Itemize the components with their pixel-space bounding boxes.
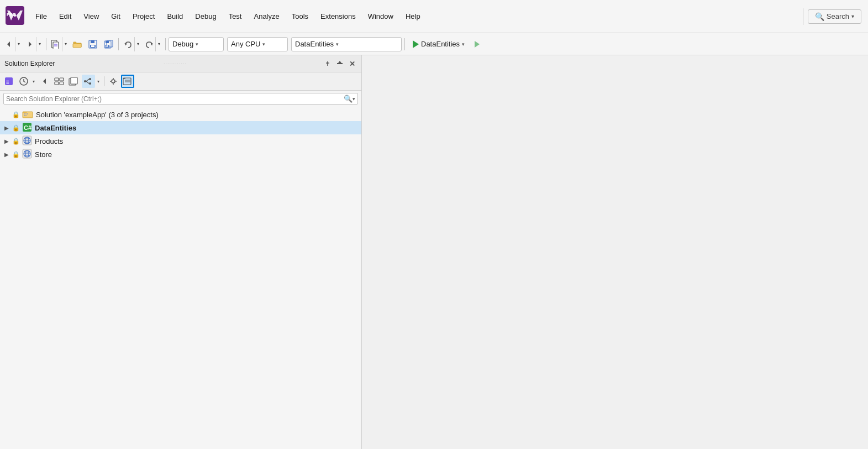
save-all-btn[interactable] — [101, 37, 115, 51]
project-config-label: DataEntities — [295, 40, 334, 48]
svg-text:≡: ≡ — [6, 79, 9, 85]
se-close-btn[interactable]: ✕ — [347, 59, 357, 69]
menu-tools[interactable]: Tools — [286, 10, 314, 23]
svg-text:C#: C# — [24, 124, 31, 131]
toolbar-sep-1 — [46, 38, 46, 50]
se-drag-area: ············ — [164, 61, 320, 66]
back-btn-group[interactable]: ▾ — [2, 37, 22, 51]
svg-marker-3 — [7, 41, 10, 47]
svg-rect-29 — [55, 78, 59, 81]
se-toolbar: ≡ ▾ — [0, 72, 361, 91]
svg-rect-34 — [71, 77, 77, 84]
new-file-group[interactable]: ▾ — [49, 37, 69, 51]
run-outline-icon — [475, 41, 480, 48]
se-view-btn[interactable] — [52, 75, 66, 88]
svg-marker-28 — [43, 79, 46, 84]
forward-btn-group[interactable]: ▾ — [23, 37, 43, 51]
menu-project[interactable]: Project — [127, 10, 160, 23]
menu-view[interactable]: View — [78, 10, 104, 23]
store-lock-icon: 🔒 — [12, 151, 20, 158]
menu-items: File Edit View Git Project Build Debug T… — [30, 10, 798, 23]
new-file-icon — [50, 37, 62, 51]
redo-group[interactable]: ▾ — [143, 37, 162, 51]
search-label: Search — [827, 12, 849, 20]
cpu-config-dropdown[interactable]: Any CPU ▾ — [227, 37, 288, 51]
menu-test[interactable]: Test — [223, 10, 248, 23]
toolbar-sep-4 — [404, 38, 405, 50]
tree-item-dataentities[interactable]: ▶ 🔒 C# DataEntities — [0, 121, 361, 134]
menu-git[interactable]: Git — [106, 10, 126, 23]
store-web-icon — [22, 149, 32, 160]
cpu-config-label: Any CPU — [231, 40, 260, 48]
main-layout: Solution Explorer ············ ✕ — [0, 55, 868, 449]
menu-separator — [803, 8, 803, 25]
se-back-btn[interactable] — [38, 75, 51, 88]
run-label: DataEntities — [421, 40, 460, 48]
se-pending-changes-btn[interactable]: ≡ — [2, 75, 15, 88]
menu-window[interactable]: Window — [362, 10, 399, 23]
products-lock-icon: 🔒 — [12, 138, 20, 145]
menu-help[interactable]: Help — [400, 10, 426, 23]
svg-rect-32 — [60, 82, 64, 85]
svg-marker-4 — [29, 41, 31, 47]
se-search-dropdown[interactable]: ▾ — [353, 96, 355, 102]
se-search-input[interactable] — [6, 95, 344, 103]
se-history-arrow: ▾ — [30, 75, 36, 88]
solution-expand-icon[interactable] — [2, 110, 11, 119]
svg-rect-13 — [91, 45, 94, 47]
se-node-tree-group[interactable]: ▾ — [81, 74, 102, 88]
dataentities-expand[interactable]: ▶ — [2, 123, 11, 132]
solution-folder-icon — [22, 109, 33, 120]
svg-rect-15 — [106, 41, 109, 43]
menu-file[interactable]: File — [30, 10, 52, 23]
store-expand[interactable]: ▶ — [2, 150, 11, 159]
svg-rect-11 — [91, 40, 94, 43]
se-history-group[interactable]: ▾ — [17, 74, 37, 88]
solution-root-item[interactable]: 🔒 Solution 'exampleApp' (3 of 3 projec — [0, 108, 361, 121]
se-settings-btn[interactable] — [107, 75, 120, 88]
back-icon — [3, 37, 15, 51]
vs-logo: PRE — [4, 5, 25, 28]
save-btn[interactable] — [86, 37, 100, 51]
menu-analyze[interactable]: Analyze — [248, 10, 285, 23]
toolbar-sep-3 — [165, 38, 166, 50]
svg-rect-41 — [123, 78, 131, 85]
forward-icon — [24, 37, 36, 51]
svg-rect-46 — [24, 113, 25, 114]
run-outline-btn[interactable] — [471, 37, 483, 51]
se-pin-btn[interactable] — [323, 59, 333, 69]
undo-dropdown-arrow: ▾ — [134, 37, 141, 51]
run-play-icon — [413, 40, 419, 48]
se-node-tree-arrow: ▾ — [95, 75, 101, 88]
se-active-btn[interactable] — [121, 75, 134, 88]
toolbar-sep-2 — [118, 38, 119, 50]
menu-edit[interactable]: Edit — [54, 10, 77, 23]
se-search-box[interactable]: 🔍 ▾ — [3, 93, 358, 105]
svg-rect-47 — [25, 113, 27, 114]
menu-bar: PRE File Edit View Git Project Build Deb… — [0, 0, 868, 33]
se-tree: 🔒 Solution 'exampleApp' (3 of 3 projec — [0, 107, 361, 449]
svg-rect-9 — [73, 44, 81, 48]
store-label: Store — [35, 150, 52, 159]
menu-build[interactable]: Build — [161, 10, 188, 23]
svg-line-39 — [86, 81, 89, 83]
debug-config-arrow: ▾ — [196, 41, 198, 47]
tree-item-products[interactable]: ▶ 🔒 Products — [0, 134, 361, 148]
project-config-dropdown[interactable]: DataEntities ▾ — [291, 37, 402, 51]
menu-extensions[interactable]: Extensions — [315, 10, 361, 23]
se-autohide-btn[interactable] — [335, 59, 345, 69]
debug-config-dropdown[interactable]: Debug ▾ — [169, 37, 224, 51]
products-expand[interactable]: ▶ — [2, 137, 11, 145]
toolbar: ▾ ▾ ▾ — [0, 33, 868, 55]
tree-item-store[interactable]: ▶ 🔒 Store — [0, 148, 361, 161]
undo-group[interactable]: ▾ — [122, 37, 141, 51]
svg-marker-24 — [338, 61, 341, 63]
se-all-files-btn[interactable] — [67, 75, 80, 88]
se-header: Solution Explorer ············ ✕ — [0, 55, 361, 72]
run-button[interactable]: DataEntities ▾ — [408, 37, 470, 51]
svg-rect-49 — [24, 115, 25, 116]
solution-explorer-panel: Solution Explorer ············ ✕ — [0, 55, 362, 449]
menu-debug[interactable]: Debug — [190, 10, 222, 23]
open-folder-btn[interactable] — [70, 37, 85, 51]
top-search-area[interactable]: 🔍 Search ▾ — [808, 9, 861, 24]
